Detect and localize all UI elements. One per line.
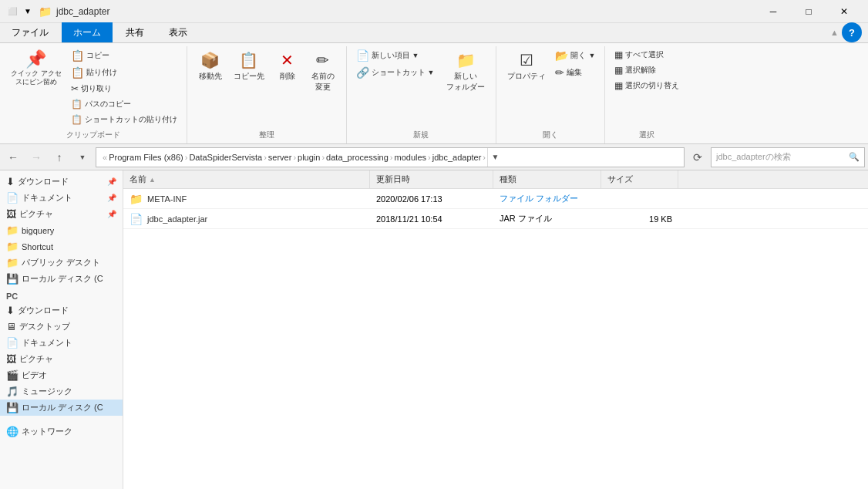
sidebar-item-local-disk-quick[interactable]: 💾 ローカル ディスク (C bbox=[0, 271, 123, 287]
pin-indicator-3: 📌 bbox=[107, 210, 116, 218]
help-button[interactable]: ? bbox=[842, 22, 862, 42]
select-all-icon: ▦ bbox=[614, 49, 623, 60]
organize-buttons: 📦 移動先 📋 コピー先 ✕ 削除 ✏ 名前の 変更 bbox=[193, 46, 340, 128]
table-row[interactable]: 📄 jdbc_adapter.jar 2018/11/21 10:54 JAR … bbox=[123, 209, 868, 229]
forward-button: → bbox=[26, 147, 46, 167]
sidebar-item-download-quick[interactable]: ⬇ ダウンロード 📌 bbox=[0, 174, 123, 190]
window-controls[interactable]: ─ □ ✕ bbox=[755, 0, 862, 23]
sidebar-item-documents-quick[interactable]: 📄 ドキュメント 📌 bbox=[0, 190, 123, 206]
quick-access-pin-button[interactable]: 📌 クイック アクセ スにピン留め bbox=[6, 48, 66, 89]
shortcut-button[interactable]: 🔗 ショートカット ▼ bbox=[353, 65, 438, 80]
sidebar-item-desktop[interactable]: 🖥 デスクトップ bbox=[0, 319, 123, 335]
col-header-date[interactable]: 更新日時 bbox=[370, 170, 493, 189]
table-row[interactable]: 📁 META-INF 2020/02/06 17:13 ファイル フォルダー bbox=[123, 189, 868, 209]
new-item-icon: 📄 bbox=[356, 49, 369, 62]
copy-to-icon: 📋 bbox=[239, 51, 258, 69]
new-buttons: 📄 新しい項目 ▼ 🔗 ショートカット ▼ 📁 新しい フォルダー bbox=[353, 46, 490, 128]
tab-share[interactable]: 共有 bbox=[114, 22, 156, 42]
file-date-1: 2018/11/21 10:54 bbox=[370, 214, 493, 224]
download-pc-icon: ⬇ bbox=[6, 305, 15, 316]
ribbon-group-open: ☑ プロパティ 📂 開く ▼ ✏ 編集 開く bbox=[496, 46, 605, 143]
shortcut-icon: 🔗 bbox=[356, 66, 369, 79]
path-jdbc-adapter[interactable]: jdbc_adapter bbox=[432, 153, 482, 162]
sidebar-item-network[interactable]: 🌐 ネットワーク bbox=[0, 423, 123, 440]
up-button[interactable]: ↑ bbox=[49, 147, 69, 167]
path-dataspider[interactable]: DataSpiderServista bbox=[189, 153, 262, 162]
deselect-button[interactable]: ▦ 選択解除 bbox=[611, 63, 682, 77]
sidebar-item-bigquery[interactable]: 📁 bigquery bbox=[0, 222, 123, 238]
select-all-button[interactable]: ▦ すべて選択 bbox=[611, 48, 682, 62]
recent-locations-button[interactable]: ▼ bbox=[72, 147, 93, 167]
open-button[interactable]: 📂 開く ▼ bbox=[552, 48, 598, 63]
copy-path-button[interactable]: 📋 パスのコピー bbox=[68, 97, 180, 111]
copy-button[interactable]: 📋 コピー bbox=[68, 48, 180, 63]
sidebar-item-music[interactable]: 🎵 ミュージック bbox=[0, 383, 123, 400]
paste-shortcut-button[interactable]: 📋 ショートカットの貼り付け bbox=[68, 113, 180, 126]
path-plugin[interactable]: plugin bbox=[298, 153, 320, 162]
delete-icon: ✕ bbox=[281, 51, 294, 69]
minimize-sys-icon: ⬜ bbox=[6, 5, 19, 18]
new-folder-button[interactable]: 📁 新しい フォルダー bbox=[442, 48, 490, 96]
paste-button[interactable]: 📋 貼り付け bbox=[68, 65, 180, 80]
ribbon: 📌 クイック アクセ スにピン留め 📋 コピー 📋 貼り付け ✂ 切り取り 📋 bbox=[0, 43, 868, 144]
path-program-files[interactable]: Program Files (x86) bbox=[109, 153, 183, 162]
back-button[interactable]: ← bbox=[3, 147, 23, 167]
path-icon: 📋 bbox=[71, 99, 82, 110]
path-data-processing[interactable]: data_processing bbox=[326, 153, 389, 162]
tab-file[interactable]: ファイル bbox=[0, 22, 60, 42]
documents-quick-icon: 📄 bbox=[6, 192, 19, 204]
edit-button[interactable]: ✏ 編集 bbox=[552, 65, 598, 80]
properties-icon: ☑ bbox=[520, 51, 533, 69]
delete-button[interactable]: ✕ 削除 bbox=[271, 48, 304, 85]
file-size-1: 19 KB bbox=[601, 214, 678, 224]
sidebar-item-shortcut[interactable]: 📁 Shortcut bbox=[0, 238, 123, 255]
ribbon-tab-bar: ファイル ホーム 共有 表示 ▲ ? bbox=[0, 23, 868, 43]
select-buttons: ▦ すべて選択 ▦ 選択解除 ▦ 選択の切り替え bbox=[611, 46, 682, 128]
tab-view[interactable]: 表示 bbox=[157, 22, 199, 42]
window-title: jdbc_adapter bbox=[56, 6, 109, 17]
ribbon-collapse-icon[interactable]: ▲ bbox=[830, 28, 839, 37]
search-icon[interactable]: 🔍 bbox=[849, 152, 860, 162]
menu-icon: ▼ bbox=[22, 5, 34, 18]
sort-arrow: ▲ bbox=[149, 176, 156, 184]
select-group-label: 選択 bbox=[639, 128, 654, 143]
file-name-1: jdbc_adapter.jar bbox=[147, 214, 207, 224]
bigquery-icon: 📁 bbox=[6, 224, 19, 236]
sidebar-item-video[interactable]: 🎬 ビデオ bbox=[0, 367, 123, 383]
close-button[interactable]: ✕ bbox=[826, 0, 862, 23]
path-server[interactable]: server bbox=[268, 153, 292, 162]
sidebar-item-pictures-quick[interactable]: 🖼 ピクチャ 📌 bbox=[0, 206, 123, 222]
search-box[interactable]: jdbc_adapterの検索 🔍 bbox=[711, 147, 865, 167]
sidebar: ⬇ ダウンロード 📌 📄 ドキュメント 📌 🖼 ピクチャ 📌 📁 bigquer… bbox=[0, 170, 123, 489]
path-dropdown[interactable]: ▼ bbox=[487, 147, 503, 167]
col-header-type[interactable]: 種類 bbox=[493, 170, 601, 189]
ribbon-group-select: ▦ すべて選択 ▦ 選択解除 ▦ 選択の切り替え 選択 bbox=[605, 46, 688, 143]
address-path[interactable]: « Program Files (x86) › DataSpiderServis… bbox=[96, 147, 685, 167]
sidebar-item-public-desktop[interactable]: 📁 パブリック デスクト bbox=[0, 255, 123, 271]
sidebar-item-documents-pc[interactable]: 📄 ドキュメント bbox=[0, 335, 123, 351]
rename-button[interactable]: ✏ 名前の 変更 bbox=[306, 48, 340, 96]
col-header-size[interactable]: サイズ bbox=[601, 170, 678, 189]
invert-select-button[interactable]: ▦ 選択の切り替え bbox=[611, 79, 682, 93]
col-header-name[interactable]: 名前 ▲ bbox=[123, 170, 370, 189]
search-placeholder: jdbc_adapterの検索 bbox=[716, 151, 846, 163]
cut-button[interactable]: ✂ 切り取り bbox=[68, 82, 180, 96]
scissors-icon: ✂ bbox=[71, 83, 79, 94]
sidebar-item-download-pc[interactable]: ⬇ ダウンロード bbox=[0, 302, 123, 319]
properties-button[interactable]: ☑ プロパティ bbox=[503, 48, 550, 85]
move-to-button[interactable]: 📦 移動先 bbox=[193, 48, 227, 85]
file-type-0: ファイル フォルダー bbox=[493, 193, 601, 204]
organize-group-label: 整理 bbox=[259, 128, 274, 143]
sidebar-item-local-disk[interactable]: 💾 ローカル ディスク (C bbox=[0, 400, 123, 416]
minimize-button[interactable]: ─ bbox=[755, 0, 791, 23]
download-icon: ⬇ bbox=[6, 176, 15, 187]
sidebar-item-pictures-pc[interactable]: 🖼 ピクチャ bbox=[0, 351, 123, 367]
edit-icon: ✏ bbox=[555, 66, 564, 79]
copy-to-button[interactable]: 📋 コピー先 bbox=[229, 48, 269, 85]
new-item-button[interactable]: 📄 新しい項目 ▼ bbox=[353, 48, 438, 63]
maximize-button[interactable]: □ bbox=[791, 0, 826, 23]
path-modules[interactable]: modules bbox=[395, 153, 427, 162]
refresh-button[interactable]: ⟳ bbox=[688, 147, 708, 167]
tab-home[interactable]: ホーム bbox=[62, 22, 113, 42]
new-group-label: 新規 bbox=[413, 128, 429, 143]
